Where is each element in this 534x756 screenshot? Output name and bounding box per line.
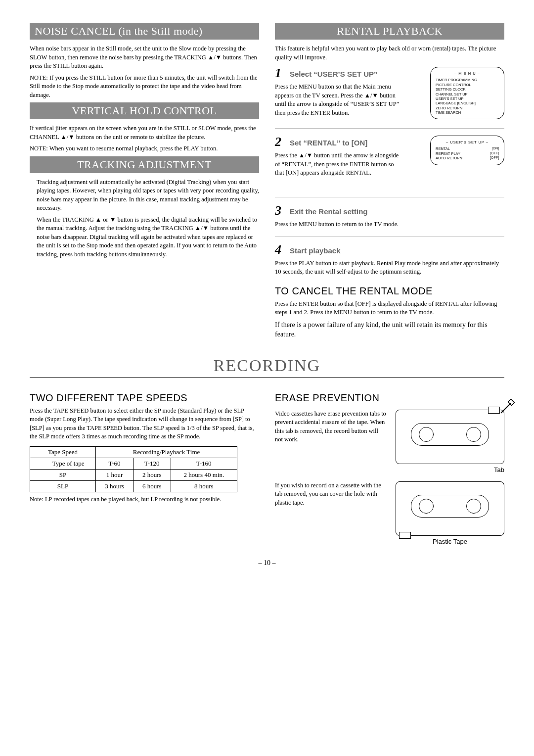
step-2-number: 2 — [275, 136, 286, 148]
cell: 3 hours — [96, 480, 134, 492]
screwdriver-icon — [500, 399, 515, 414]
step-4-number: 4 — [275, 243, 286, 256]
speeds-title: TWO DIFFERENT TAPE SPEEDS — [30, 392, 259, 404]
vertical-hold-body: If vertical jitter appears on the screen… — [30, 124, 259, 142]
upper-columns: NOISE CANCEL (in the Still mode) When no… — [30, 20, 504, 342]
osd-val: [OFF] — [490, 156, 499, 160]
step-3-label: Exit the Rental setting — [290, 207, 368, 216]
cell: 6 hours — [133, 480, 171, 492]
osd-item: TIMER PROGRAMMING — [436, 78, 499, 82]
step-3-body: Press the MENU button to return to the T… — [275, 220, 504, 229]
step-1-block: 1 Select “USER’S SET UP” Press the MENU … — [275, 67, 504, 121]
heading-tracking: TRACKING ADJUSTMENT — [30, 156, 259, 173]
osd-row: REPEAT PLAY [OFF] — [436, 151, 499, 156]
osd-user-setup: – USER’S SET UP – RENTAL [ON] REPEAT PLA… — [430, 136, 504, 165]
osd-item: USER’S SET UP — [436, 96, 499, 101]
recording-title: RECORDING — [30, 356, 504, 375]
separator — [275, 236, 504, 236]
tracking-body-1: Tracking adjustment will automatically b… — [37, 178, 259, 213]
step-3-number: 3 — [275, 204, 286, 217]
table-row: SP 1 hour 2 hours 2 hours 40 min. — [30, 469, 237, 480]
step-1-number: 1 — [275, 67, 286, 80]
osd-main-menu: – M E N U – TIMER PROGRAMMING PICTURE CO… — [430, 67, 504, 119]
heading-noise-cancel: NOISE CANCEL (in the Still mode) — [30, 23, 259, 40]
step-4-body: Press the PLAY button to start playback.… — [275, 259, 504, 277]
type-col: T-60 — [96, 458, 134, 469]
noise-cancel-note: NOTE: If you press the STILL button for … — [30, 74, 259, 100]
cell: 1 hour — [96, 469, 134, 480]
cassette-illustration-top — [396, 410, 504, 464]
heading-vertical-hold: VERTICAL HOLD CONTROL — [30, 102, 259, 119]
heading-rental: RENTAL PLAYBACK — [275, 23, 504, 40]
osd-item: SETTING CLOCK — [436, 87, 499, 92]
osd-item: CHANNEL SET UP — [436, 92, 499, 96]
tab-label: Tab — [396, 466, 504, 473]
osd-key: RENTAL — [436, 146, 450, 151]
speeds-column: TWO DIFFERENT TAPE SPEEDS Press the TAPE… — [30, 383, 259, 545]
col-head-speed: Tape Speed — [30, 446, 96, 458]
recording-columns: TWO DIFFERENT TAPE SPEEDS Press the TAPE… — [30, 383, 504, 545]
table-row: SLP 3 hours 6 hours 8 hours — [30, 480, 237, 492]
cell: 2 hours 40 min. — [171, 469, 237, 480]
step-3-header: 3 Exit the Rental setting — [275, 204, 504, 217]
step-1-label: Select “USER’S SET UP” — [290, 70, 378, 78]
cassette-illustration-bottom — [396, 481, 504, 536]
step-2-body: Press the ▲/▼ button until the arrow is … — [275, 151, 401, 178]
step-2-label: Set “RENTAL” to [ON] — [290, 139, 367, 147]
plastic-tape-label: Plastic Tape — [396, 538, 504, 545]
osd-val: [OFF] — [490, 151, 499, 156]
osd-val: [ON] — [492, 146, 499, 151]
step-1-body: Press the MENU button so that the Main m… — [275, 83, 401, 117]
step-4-label: Start playback — [290, 246, 341, 255]
type-head: Type of tape — [41, 458, 96, 469]
speeds-note: Note: LP recorded tapes can be played ba… — [30, 495, 259, 504]
row-speed: SP — [30, 469, 96, 480]
cancel-rental-body: Press the ENTER button so that [OFF] is … — [275, 300, 504, 317]
osd-item: LANGUAGE [ENGLISH] — [436, 101, 499, 105]
erase-title: ERASE PREVENTION — [275, 392, 504, 404]
osd-key: AUTO RETURN — [436, 156, 462, 160]
cancel-rental-title: TO CANCEL THE RENTAL MODE — [275, 285, 504, 297]
rental-intro: This feature is helpful when you want to… — [275, 45, 504, 62]
tape-speed-table: Tape Speed Recording/Playback Time Type … — [30, 446, 237, 492]
separator — [275, 128, 504, 129]
page-number: – 10 – — [30, 559, 504, 567]
rental-footer: If there is a power failure of any kind,… — [275, 320, 504, 339]
cell: 2 hours — [133, 469, 171, 480]
osd-user-setup-title: – USER’S SET UP – — [436, 140, 499, 144]
separator — [275, 197, 504, 197]
col-head-time: Recording/Playback Time — [96, 446, 237, 458]
row-speed: SLP — [30, 480, 96, 492]
recording-rule — [30, 377, 504, 378]
vertical-hold-note: NOTE: When you want to resume normal pla… — [30, 144, 259, 153]
osd-row: RENTAL [ON] — [436, 146, 499, 151]
noise-cancel-body: When noise bars appear in the Still mode… — [30, 45, 259, 71]
osd-item: PICTURE CONTROL — [436, 83, 499, 87]
erase-body-2: If you wish to record on a cassette with… — [275, 481, 388, 542]
left-column: NOISE CANCEL (in the Still mode) When no… — [30, 20, 259, 342]
type-col: T-160 — [171, 458, 237, 469]
osd-item: ZERO RETURN — [436, 106, 499, 110]
osd-row: AUTO RETURN [OFF] — [436, 156, 499, 160]
step-2-block: 2 Set “RENTAL” to [ON] Press the ▲/▼ but… — [275, 136, 504, 190]
osd-key: REPEAT PLAY — [436, 151, 460, 156]
table-row: Type of tape T-60 T-120 T-160 — [30, 458, 237, 469]
type-col: T-120 — [133, 458, 171, 469]
tracking-body-2: When the TRACKING ▲ or ▼ button is press… — [37, 216, 259, 259]
speeds-body: Press the TAPE SPEED button to select ei… — [30, 407, 259, 441]
erase-column: ERASE PREVENTION Video cassettes have er… — [275, 383, 504, 545]
right-column: RENTAL PLAYBACK This feature is helpful … — [275, 20, 504, 342]
erase-body-1: Video cassettes have erase prevention ta… — [275, 410, 388, 471]
osd-item: TIME SEARCH — [436, 110, 499, 115]
step-4-header: 4 Start playback — [275, 243, 504, 256]
svg-line-0 — [501, 403, 511, 413]
cell: 8 hours — [171, 480, 237, 492]
table-row: Tape Speed Recording/Playback Time — [30, 446, 237, 458]
osd-main-menu-title: – M E N U – — [436, 71, 499, 76]
